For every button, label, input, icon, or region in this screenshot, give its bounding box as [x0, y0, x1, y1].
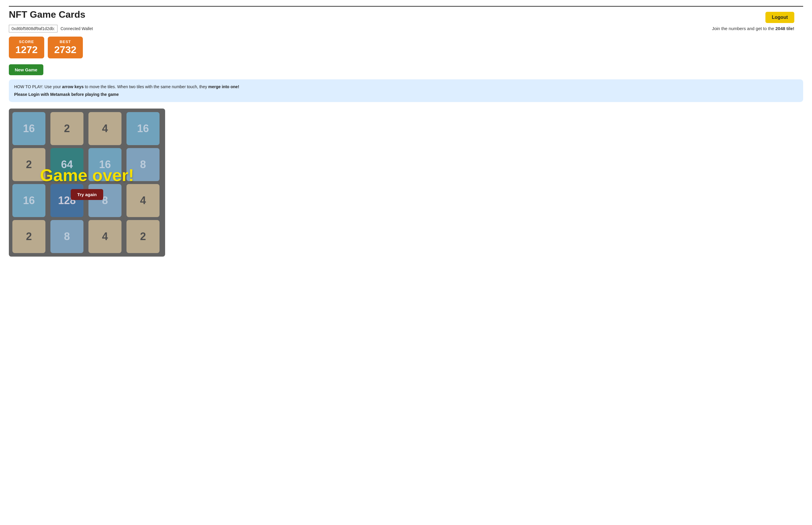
wallet-address: 0xd6bf5808df9af1d2db: — [9, 25, 58, 32]
best-value: 2732 — [54, 44, 77, 56]
game-board-wrapper: 16241626416816128842842 Game over! Try a… — [9, 108, 165, 257]
game-over-text: Game over! — [40, 165, 134, 185]
how-to-play-line2: Please Login with Metamask before playin… — [14, 92, 119, 97]
score-row: SCORE 1272 BEST 2732 — [9, 36, 803, 58]
wallet-row: 0xd6bf5808df9af1d2db: Connected Wallet — [9, 25, 803, 32]
page-title: NFT Game Cards — [9, 6, 803, 20]
best-label: BEST — [54, 40, 77, 44]
new-game-button[interactable]: New Game — [9, 64, 43, 75]
how-to-play-merge: merge into one! — [208, 84, 239, 89]
tagline: Join the numbers and get to the 2048 til… — [712, 26, 794, 31]
score-label: SCORE — [15, 40, 38, 44]
how-to-play-keys: arrow keys — [62, 84, 84, 89]
logout-button[interactable]: Logout — [765, 12, 794, 23]
game-over-overlay: Game over! Try again — [9, 108, 165, 257]
best-box: BEST 2732 — [48, 36, 83, 58]
controls-row: New Game — [9, 64, 803, 75]
score-value: 1272 — [15, 44, 38, 56]
score-box: SCORE 1272 — [9, 36, 44, 58]
how-to-play-middle: to move the tiles. When two tiles with t… — [84, 84, 209, 89]
how-to-play-box: HOW TO PLAY: Use your arrow keys to move… — [9, 79, 803, 102]
wallet-status: Connected Wallet — [60, 26, 93, 31]
try-again-button[interactable]: Try again — [71, 189, 103, 200]
how-to-play-prefix: HOW TO PLAY: Use your — [14, 84, 62, 89]
